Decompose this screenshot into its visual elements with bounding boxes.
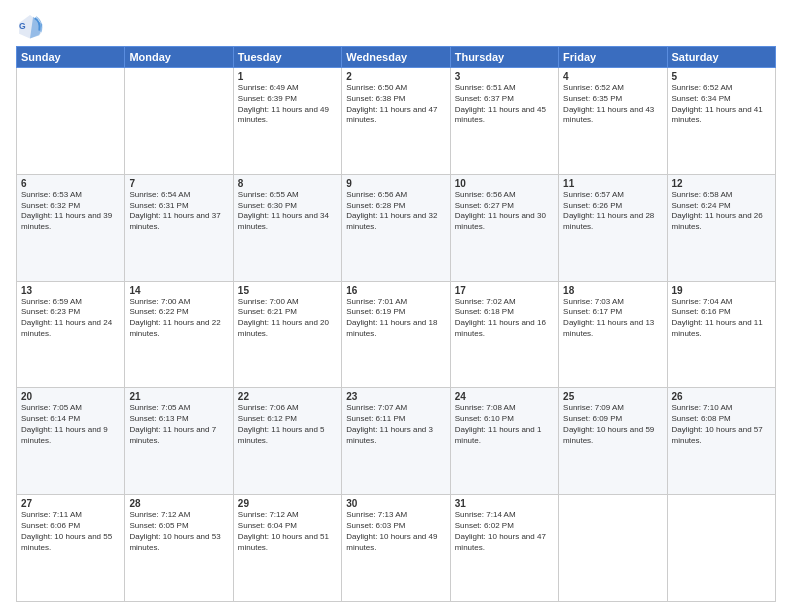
- day-info: Sunrise: 6:52 AMSunset: 6:35 PMDaylight:…: [563, 83, 662, 126]
- day-info: Sunrise: 6:53 AMSunset: 6:32 PMDaylight:…: [21, 190, 120, 233]
- day-cell: 3Sunrise: 6:51 AMSunset: 6:37 PMDaylight…: [450, 68, 558, 175]
- day-number: 5: [672, 71, 771, 82]
- day-cell: 20Sunrise: 7:05 AMSunset: 6:14 PMDayligh…: [17, 388, 125, 495]
- day-number: 10: [455, 178, 554, 189]
- day-number: 6: [21, 178, 120, 189]
- day-cell: 11Sunrise: 6:57 AMSunset: 6:26 PMDayligh…: [559, 174, 667, 281]
- day-cell: 25Sunrise: 7:09 AMSunset: 6:09 PMDayligh…: [559, 388, 667, 495]
- day-number: 12: [672, 178, 771, 189]
- day-cell: 31Sunrise: 7:14 AMSunset: 6:02 PMDayligh…: [450, 495, 558, 602]
- day-number: 8: [238, 178, 337, 189]
- logo-icon: G: [16, 12, 44, 40]
- weekday-header-wednesday: Wednesday: [342, 47, 450, 68]
- day-number: 17: [455, 285, 554, 296]
- day-cell: 2Sunrise: 6:50 AMSunset: 6:38 PMDaylight…: [342, 68, 450, 175]
- day-number: 18: [563, 285, 662, 296]
- weekday-header-monday: Monday: [125, 47, 233, 68]
- day-number: 30: [346, 498, 445, 509]
- day-cell: [559, 495, 667, 602]
- day-info: Sunrise: 7:13 AMSunset: 6:03 PMDaylight:…: [346, 510, 445, 553]
- day-cell: 27Sunrise: 7:11 AMSunset: 6:06 PMDayligh…: [17, 495, 125, 602]
- day-cell: [125, 68, 233, 175]
- day-cell: 6Sunrise: 6:53 AMSunset: 6:32 PMDaylight…: [17, 174, 125, 281]
- day-cell: 9Sunrise: 6:56 AMSunset: 6:28 PMDaylight…: [342, 174, 450, 281]
- week-row-5: 27Sunrise: 7:11 AMSunset: 6:06 PMDayligh…: [17, 495, 776, 602]
- week-row-2: 6Sunrise: 6:53 AMSunset: 6:32 PMDaylight…: [17, 174, 776, 281]
- day-number: 14: [129, 285, 228, 296]
- day-number: 21: [129, 391, 228, 402]
- day-info: Sunrise: 6:52 AMSunset: 6:34 PMDaylight:…: [672, 83, 771, 126]
- day-cell: 8Sunrise: 6:55 AMSunset: 6:30 PMDaylight…: [233, 174, 341, 281]
- day-number: 24: [455, 391, 554, 402]
- day-number: 4: [563, 71, 662, 82]
- day-info: Sunrise: 7:04 AMSunset: 6:16 PMDaylight:…: [672, 297, 771, 340]
- day-info: Sunrise: 7:09 AMSunset: 6:09 PMDaylight:…: [563, 403, 662, 446]
- day-info: Sunrise: 6:51 AMSunset: 6:37 PMDaylight:…: [455, 83, 554, 126]
- day-info: Sunrise: 6:54 AMSunset: 6:31 PMDaylight:…: [129, 190, 228, 233]
- day-cell: 1Sunrise: 6:49 AMSunset: 6:39 PMDaylight…: [233, 68, 341, 175]
- day-number: 1: [238, 71, 337, 82]
- week-row-4: 20Sunrise: 7:05 AMSunset: 6:14 PMDayligh…: [17, 388, 776, 495]
- day-number: 29: [238, 498, 337, 509]
- logo: G: [16, 12, 48, 40]
- day-info: Sunrise: 7:10 AMSunset: 6:08 PMDaylight:…: [672, 403, 771, 446]
- day-cell: 17Sunrise: 7:02 AMSunset: 6:18 PMDayligh…: [450, 281, 558, 388]
- day-cell: 24Sunrise: 7:08 AMSunset: 6:10 PMDayligh…: [450, 388, 558, 495]
- weekday-header-thursday: Thursday: [450, 47, 558, 68]
- day-info: Sunrise: 7:11 AMSunset: 6:06 PMDaylight:…: [21, 510, 120, 553]
- day-info: Sunrise: 7:06 AMSunset: 6:12 PMDaylight:…: [238, 403, 337, 446]
- day-cell: 5Sunrise: 6:52 AMSunset: 6:34 PMDaylight…: [667, 68, 775, 175]
- day-number: 31: [455, 498, 554, 509]
- day-cell: 26Sunrise: 7:10 AMSunset: 6:08 PMDayligh…: [667, 388, 775, 495]
- day-info: Sunrise: 7:12 AMSunset: 6:04 PMDaylight:…: [238, 510, 337, 553]
- week-row-3: 13Sunrise: 6:59 AMSunset: 6:23 PMDayligh…: [17, 281, 776, 388]
- day-info: Sunrise: 7:12 AMSunset: 6:05 PMDaylight:…: [129, 510, 228, 553]
- day-number: 22: [238, 391, 337, 402]
- day-cell: 23Sunrise: 7:07 AMSunset: 6:11 PMDayligh…: [342, 388, 450, 495]
- day-number: 28: [129, 498, 228, 509]
- day-number: 27: [21, 498, 120, 509]
- day-cell: 15Sunrise: 7:00 AMSunset: 6:21 PMDayligh…: [233, 281, 341, 388]
- day-cell: 19Sunrise: 7:04 AMSunset: 6:16 PMDayligh…: [667, 281, 775, 388]
- day-number: 26: [672, 391, 771, 402]
- day-cell: 16Sunrise: 7:01 AMSunset: 6:19 PMDayligh…: [342, 281, 450, 388]
- calendar-table: SundayMondayTuesdayWednesdayThursdayFrid…: [16, 46, 776, 602]
- day-cell: 21Sunrise: 7:05 AMSunset: 6:13 PMDayligh…: [125, 388, 233, 495]
- day-info: Sunrise: 6:57 AMSunset: 6:26 PMDaylight:…: [563, 190, 662, 233]
- day-number: 15: [238, 285, 337, 296]
- day-info: Sunrise: 7:05 AMSunset: 6:14 PMDaylight:…: [21, 403, 120, 446]
- day-number: 7: [129, 178, 228, 189]
- day-info: Sunrise: 7:02 AMSunset: 6:18 PMDaylight:…: [455, 297, 554, 340]
- weekday-header-sunday: Sunday: [17, 47, 125, 68]
- weekday-header-saturday: Saturday: [667, 47, 775, 68]
- weekday-header-tuesday: Tuesday: [233, 47, 341, 68]
- header: G: [16, 12, 776, 40]
- day-info: Sunrise: 6:58 AMSunset: 6:24 PMDaylight:…: [672, 190, 771, 233]
- day-info: Sunrise: 6:50 AMSunset: 6:38 PMDaylight:…: [346, 83, 445, 126]
- day-number: 19: [672, 285, 771, 296]
- day-number: 16: [346, 285, 445, 296]
- weekday-header-friday: Friday: [559, 47, 667, 68]
- day-cell: 12Sunrise: 6:58 AMSunset: 6:24 PMDayligh…: [667, 174, 775, 281]
- day-number: 9: [346, 178, 445, 189]
- day-cell: 29Sunrise: 7:12 AMSunset: 6:04 PMDayligh…: [233, 495, 341, 602]
- day-number: 3: [455, 71, 554, 82]
- day-cell: 10Sunrise: 6:56 AMSunset: 6:27 PMDayligh…: [450, 174, 558, 281]
- calendar-page: G SundayMondayTuesdayWednesdayThursdayFr…: [0, 0, 792, 612]
- week-row-1: 1Sunrise: 6:49 AMSunset: 6:39 PMDaylight…: [17, 68, 776, 175]
- day-info: Sunrise: 7:03 AMSunset: 6:17 PMDaylight:…: [563, 297, 662, 340]
- day-number: 20: [21, 391, 120, 402]
- day-number: 11: [563, 178, 662, 189]
- day-number: 25: [563, 391, 662, 402]
- day-info: Sunrise: 7:07 AMSunset: 6:11 PMDaylight:…: [346, 403, 445, 446]
- day-info: Sunrise: 7:00 AMSunset: 6:21 PMDaylight:…: [238, 297, 337, 340]
- day-number: 2: [346, 71, 445, 82]
- day-cell: 4Sunrise: 6:52 AMSunset: 6:35 PMDaylight…: [559, 68, 667, 175]
- day-cell: 18Sunrise: 7:03 AMSunset: 6:17 PMDayligh…: [559, 281, 667, 388]
- day-cell: 14Sunrise: 7:00 AMSunset: 6:22 PMDayligh…: [125, 281, 233, 388]
- day-info: Sunrise: 6:55 AMSunset: 6:30 PMDaylight:…: [238, 190, 337, 233]
- day-info: Sunrise: 7:00 AMSunset: 6:22 PMDaylight:…: [129, 297, 228, 340]
- day-info: Sunrise: 7:14 AMSunset: 6:02 PMDaylight:…: [455, 510, 554, 553]
- day-info: Sunrise: 6:56 AMSunset: 6:28 PMDaylight:…: [346, 190, 445, 233]
- day-info: Sunrise: 6:59 AMSunset: 6:23 PMDaylight:…: [21, 297, 120, 340]
